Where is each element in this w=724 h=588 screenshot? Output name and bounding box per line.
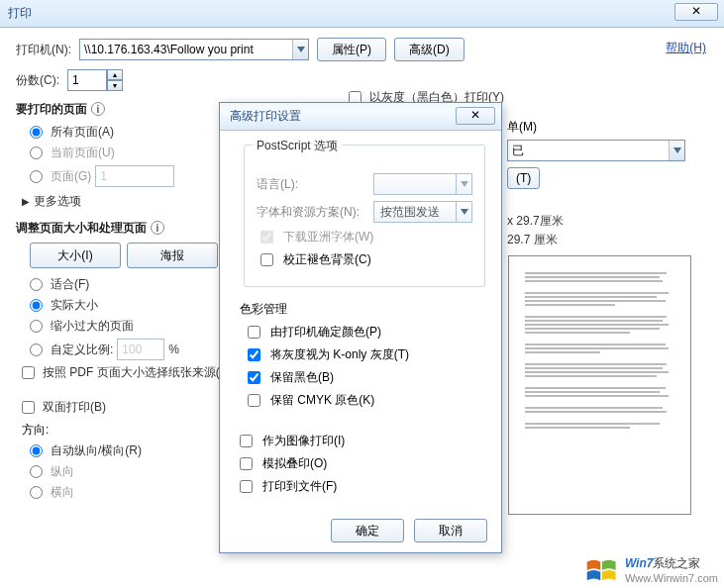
right-hints: 单(M) (T) x 29.7厘米 29.7 厘米 bbox=[507, 119, 715, 248]
copies-spinner[interactable]: ▲▼ bbox=[67, 69, 123, 91]
chevron-down-icon[interactable] bbox=[456, 202, 471, 222]
ok-button[interactable]: 确定 bbox=[331, 519, 404, 542]
watermark-brand: Win7系统之家 bbox=[625, 553, 701, 570]
postscript-legend: PostScript 选项 bbox=[253, 138, 342, 154]
adv-close-button[interactable]: ✕ bbox=[456, 107, 495, 125]
preserve-black-option[interactable]: 保留黑色(B) bbox=[248, 369, 485, 386]
custom-scale-input bbox=[117, 339, 164, 360]
properties-button[interactable]: 属性(P) bbox=[317, 38, 386, 61]
t-button[interactable]: (T) bbox=[507, 167, 540, 189]
correct-bg-option[interactable]: 校正褪色背景(C) bbox=[260, 251, 472, 268]
policy-label: 字体和资源方案(N): bbox=[257, 204, 365, 221]
lang-select bbox=[373, 173, 472, 195]
preserve-cmyk-option[interactable]: 保留 CMYK 原色(K) bbox=[248, 392, 485, 409]
spin-down-icon[interactable]: ▼ bbox=[107, 80, 123, 91]
print-as-image-option[interactable]: 作为图像打印(I) bbox=[240, 433, 485, 449]
copies-input[interactable] bbox=[67, 69, 107, 91]
postscript-group: PostScript 选项 语言(L): 字体和资源方案(N): 按范围发送 下… bbox=[244, 145, 485, 287]
adv-titlebar: 高级打印设置 ✕ bbox=[220, 103, 501, 131]
pages-range-input bbox=[95, 165, 174, 187]
info-icon[interactable]: i bbox=[151, 221, 164, 235]
lang-label: 语言(L): bbox=[257, 176, 365, 193]
unit-combo[interactable] bbox=[507, 140, 685, 161]
adv-button-bar: 确定 取消 bbox=[331, 519, 487, 542]
cancel-button[interactable]: 取消 bbox=[414, 519, 487, 542]
adv-title: 高级打印设置 bbox=[230, 108, 301, 125]
info-icon[interactable]: i bbox=[91, 102, 105, 116]
printer-combo[interactable] bbox=[79, 39, 309, 60]
advanced-dialog: 高级打印设置 ✕ PostScript 选项 语言(L): 字体和资源方案(N)… bbox=[219, 102, 502, 553]
chevron-down-icon[interactable] bbox=[292, 40, 308, 59]
printer-input[interactable] bbox=[79, 39, 309, 60]
main-titlebar: 打印 ✕ bbox=[0, 0, 724, 28]
help-link[interactable]: 帮助(H) bbox=[666, 40, 706, 56]
main-close-button[interactable]: ✕ bbox=[674, 3, 718, 21]
printer-row: 打印机(N): 属性(P) 高级(D) bbox=[16, 38, 708, 61]
copies-row: 份数(C): ▲▼ bbox=[16, 69, 708, 91]
policy-select[interactable]: 按范围发送 bbox=[373, 201, 472, 223]
spin-up-icon[interactable]: ▲ bbox=[107, 69, 123, 80]
tab-poster[interactable]: 海报 bbox=[127, 243, 218, 268]
printer-color-option[interactable]: 由打印机确定颜色(P) bbox=[248, 324, 485, 341]
simulate-overprint-option[interactable]: 模拟叠印(O) bbox=[240, 455, 485, 472]
konly-option[interactable]: 将灰度视为 K-only 灰度(T) bbox=[248, 346, 485, 363]
papersize1: x 29.7厘米 bbox=[507, 213, 715, 230]
chevron-down-icon[interactable] bbox=[669, 141, 684, 160]
color-group-legend: 色彩管理 bbox=[240, 301, 485, 318]
windows-logo-icon bbox=[585, 556, 619, 584]
printer-label: 打印机(N): bbox=[16, 42, 71, 58]
main-title: 打印 bbox=[8, 5, 32, 22]
page-preview bbox=[508, 255, 691, 515]
watermark-url: Www.Winwin7.com bbox=[625, 572, 718, 584]
watermark: Win7系统之家 Www.Winwin7.com bbox=[585, 553, 718, 584]
chevron-down-icon bbox=[456, 174, 471, 194]
advanced-button[interactable]: 高级(D) bbox=[394, 38, 465, 61]
print-to-file-option[interactable]: 打印到文件(F) bbox=[240, 478, 485, 495]
papersize2: 29.7 厘米 bbox=[507, 232, 715, 248]
download-fonts-option: 下载亚洲字体(W) bbox=[260, 229, 472, 245]
copies-label: 份数(C): bbox=[16, 72, 59, 89]
tab-size[interactable]: 大小(I) bbox=[30, 243, 121, 268]
